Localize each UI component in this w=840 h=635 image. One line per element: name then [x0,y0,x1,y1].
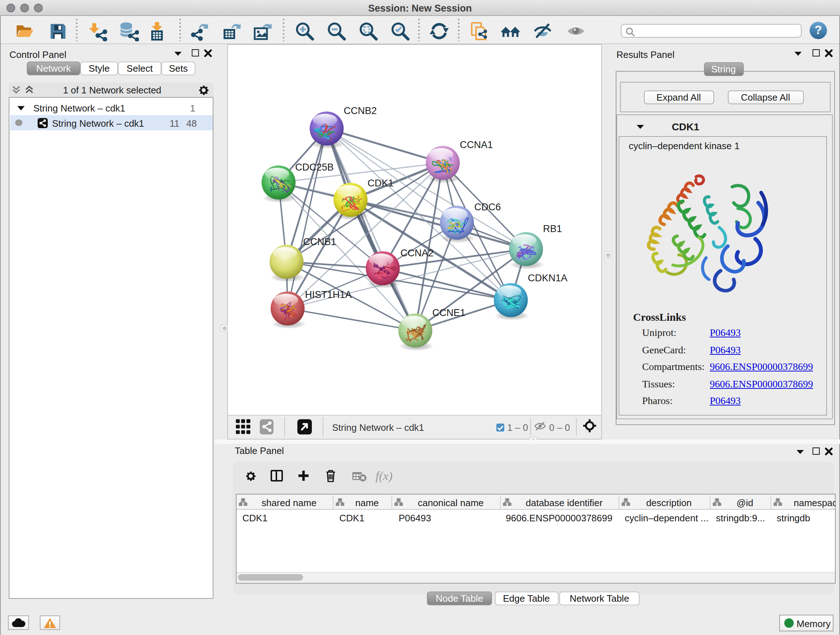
svg-text:CCNA2: CCNA2 [401,248,434,258]
svg-text:CDC6: CDC6 [474,202,501,212]
svg-text:CDK1: CDK1 [368,178,393,188]
svg-text:RB1: RB1 [543,223,562,234]
svg-text:CCNB1: CCNB1 [303,236,336,247]
svg-text:CCNA1: CCNA1 [460,139,493,150]
svg-text:HIST1H1A: HIST1H1A [305,289,352,300]
svg-text:CDC25B: CDC25B [295,162,334,173]
svg-text:CCNB2: CCNB2 [344,105,377,116]
svg-text:CDKN1A: CDKN1A [528,272,568,283]
svg-text:CCNE1: CCNE1 [432,307,466,318]
